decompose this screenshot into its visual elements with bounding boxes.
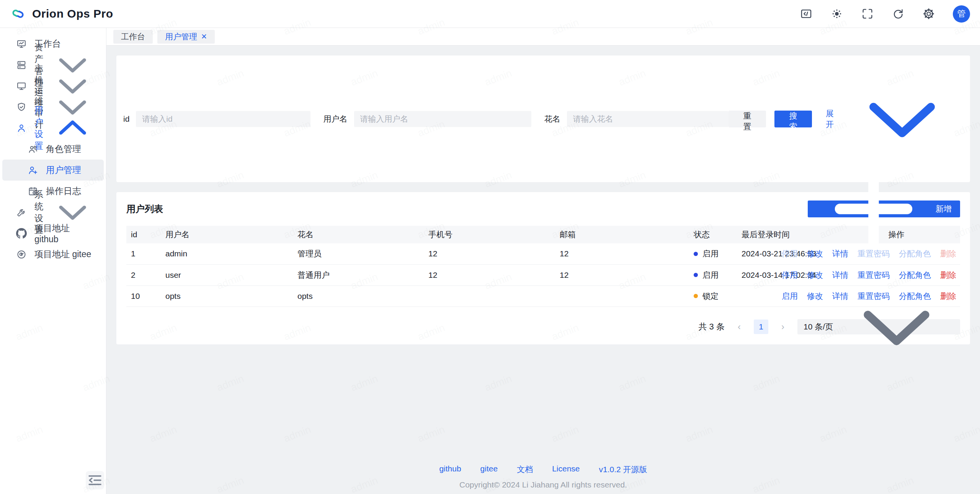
search-label-id: id [123,114,129,124]
collapse-sidebar-icon[interactable] [86,471,104,489]
sidebar-item-system[interactable]: 系统设置 [2,202,104,223]
row-action-link[interactable]: 修改 [807,248,823,259]
pagination: 共 3 条 ‹ 1 › 10 条/页 [126,319,960,334]
row-action-link[interactable]: 详情 [832,248,848,259]
page-footer: githubgitee文档Licensev1.0.2 开源版 Copyright… [106,464,980,489]
row-action-link: 分配角色 [899,248,931,259]
add-user-button[interactable]: 新增 [808,201,960,217]
page-number[interactable]: 1 [754,320,768,334]
table-row: 10 opts opts 锁定 启用修改详情重置密码分配角色删除 [126,285,960,307]
tab-user-management[interactable]: 用户管理 ✕ [157,30,215,44]
sidebar-item-roles[interactable]: 角色管理 [2,139,104,160]
pagination-total: 共 3 条 [699,321,725,333]
footer-link[interactable]: gitee [480,464,498,475]
next-page-icon[interactable]: › [778,321,787,332]
roles-icon [28,144,38,155]
row-action-link: 删除 [940,248,956,259]
user-icon [16,123,27,134]
card-title: 用户列表 [126,203,163,215]
footer-link[interactable]: github [439,464,461,475]
workbench-icon [16,39,27,49]
prev-page-icon[interactable]: ‹ [735,321,744,332]
status-badge: 锁定 [702,291,719,302]
status-dot [694,273,698,277]
user-add-icon [28,165,38,176]
github-icon [16,228,27,239]
host-icon [16,81,27,91]
search-input-id[interactable] [136,111,310,127]
status-badge: 启用 [702,248,719,259]
tab-workbench[interactable]: 工作台 [113,30,153,44]
theme-icon[interactable] [830,7,843,20]
settings-icon[interactable] [922,7,935,20]
tabbar: 工作台 用户管理 ✕ [106,28,980,46]
system-icon [16,207,27,218]
assets-icon [16,60,27,70]
search-button[interactable]: 搜索 [774,111,812,127]
brand: Orion Ops Pro [10,6,113,22]
sidebar-item-user[interactable]: 用户设置 [2,117,104,139]
status-badge: 启用 [702,270,719,280]
sidebar-item-user-add[interactable]: 用户管理 [2,160,104,181]
fullscreen-icon[interactable] [861,7,874,20]
footer-link[interactable]: License [552,464,580,475]
top-header: Orion Ops Pro 管 [0,0,980,28]
row-action-link: 重置密码 [858,248,890,259]
status-dot [694,294,698,298]
row-action-link[interactable]: 启用 [782,291,798,302]
status-dot [694,252,698,256]
page-size-select[interactable]: 10 条/页 [797,319,960,334]
row-action-link[interactable]: 修改 [807,270,823,280]
search-label-nickname: 花名 [544,114,560,124]
sidebar-item-gitee[interactable]: 项目地址 gitee [2,244,104,265]
footer-link[interactable]: 文档 [517,464,533,475]
search-label-username: 用户名 [323,114,348,124]
row-action-link[interactable]: 修改 [807,291,823,302]
copyright: Copyright© 2024 Li Jiahang All rights re… [106,480,980,489]
main-content: id 用户名 花名 重置 搜索 展开 用户列表 新增 [106,46,980,494]
avatar[interactable]: 管 [953,5,970,23]
row-action-link[interactable]: 停用 [782,270,798,280]
footer-link[interactable]: v1.0.2 开源版 [599,464,647,475]
search-input-username[interactable] [354,111,531,127]
audit-icon [16,102,27,112]
sidebar: 工作台 资产管理 主机运维 运维审计 用户设置 角色管理 用户管理 操作日志 [0,28,106,494]
app-title: Orion Ops Pro [32,7,113,20]
gitee-icon [16,249,27,260]
table-row: 2 user 普通用户 12 12 启用 2024-03-14 17:02:34… [126,264,960,285]
sidebar-item-github[interactable]: 项目地址 github [2,223,104,244]
code-icon[interactable] [800,7,813,20]
refresh-icon[interactable] [892,7,905,20]
close-tab-icon[interactable]: ✕ [201,33,207,40]
row-action-link: 停用 [782,248,798,259]
chevron-down-icon [839,269,954,384]
reset-button[interactable]: 重置 [728,111,766,127]
app-logo-icon [10,6,26,22]
search-input-nickname[interactable] [567,111,728,127]
header-actions: 管 [800,5,970,23]
user-list-card: 用户列表 新增 id 用户名 花名 手机号 邮箱 状态 最后登录时间 [116,192,970,344]
